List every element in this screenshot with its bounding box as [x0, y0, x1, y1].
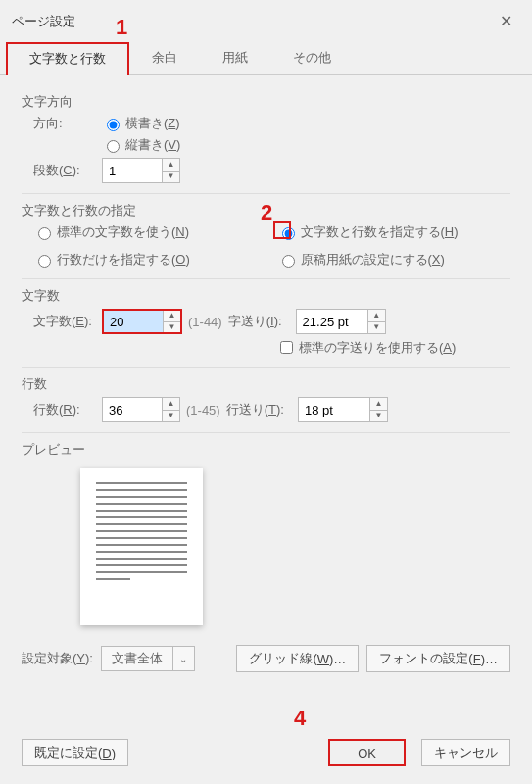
lines-down-icon[interactable]: ▼ — [163, 411, 179, 422]
section-chars: 文字数 — [22, 287, 510, 305]
lines-label: 行数(R): — [22, 401, 102, 418]
apply-label: 設定対象(Y): — [22, 650, 93, 667]
radio-horizontal-input[interactable] — [107, 119, 120, 131]
lines-up-icon[interactable]: ▲ — [163, 398, 179, 411]
chars-label: 文字数(E): — [22, 313, 102, 330]
tab-paper[interactable]: 用紙 — [200, 42, 270, 75]
chars-spinner[interactable]: ▲ ▼ — [102, 309, 182, 334]
columns-label: 段数(C): — [22, 162, 102, 179]
close-icon[interactable]: ✕ — [492, 8, 520, 34]
apply-select[interactable]: 文書全体 ⌄ — [101, 646, 195, 671]
radio-vertical-input[interactable] — [107, 140, 120, 153]
chars-up-icon[interactable]: ▲ — [164, 311, 180, 322]
radio-vertical[interactable]: 縦書き(V) — [102, 136, 180, 154]
grid-lines-button[interactable]: グリッド線(W)… — [236, 645, 359, 672]
line-pitch-input[interactable] — [299, 398, 369, 421]
title-bar: ページ設定 ✕ — [0, 0, 532, 42]
radio-genkou[interactable]: 原稿用紙の設定にする(X) — [277, 251, 511, 269]
radio-genkou-label: 原稿用紙の設定にする(X) — [301, 251, 445, 269]
radio-standard-label: 標準の文字数を使う(N) — [57, 223, 189, 241]
section-direction: 文字方向 — [22, 93, 510, 111]
checkbox-default-pitch-input[interactable] — [280, 341, 293, 354]
columns-input[interactable] — [103, 159, 162, 182]
section-preview: プレビュー — [22, 441, 510, 459]
char-pitch-spinner[interactable]: ▲ ▼ — [296, 309, 386, 334]
lines-input[interactable] — [103, 398, 162, 421]
dialog-content: 文字方向 方向: 横書き(Z) 縦書き(V) 段数(C): ▲ ▼ 文字数と行数… — [0, 75, 532, 725]
section-spec: 文字数と行数の指定 — [22, 202, 510, 220]
tabs: 1 文字数と行数 余白 用紙 その他 — [0, 42, 532, 75]
preview-document — [80, 468, 203, 625]
radio-horizontal[interactable]: 横書き(Z) — [102, 115, 180, 132]
radio-lines-only[interactable]: 行数だけを指定する(O) — [33, 251, 267, 269]
set-default-button[interactable]: 既定に設定(D) — [22, 739, 128, 766]
char-pitch-input[interactable] — [297, 310, 367, 333]
line-pitch-spinner[interactable]: ▲ ▼ — [298, 397, 388, 422]
radio-specify[interactable]: 文字数と行数を指定する(H) — [277, 223, 511, 241]
chars-range: (1-44) — [188, 315, 222, 329]
tab-other[interactable]: その他 — [270, 42, 354, 75]
chevron-down-icon[interactable]: ⌄ — [172, 647, 194, 670]
columns-spinner[interactable]: ▲ ▼ — [102, 158, 180, 183]
line-pitch-label: 行送り(T): — [226, 401, 284, 418]
tab-margins[interactable]: 余白 — [129, 42, 200, 75]
radio-lines-only-label: 行数だけを指定する(O) — [57, 251, 190, 269]
annotation-2-box — [273, 221, 291, 239]
cancel-button[interactable]: キャンセル — [421, 739, 510, 766]
apply-value: 文書全体 — [102, 648, 172, 669]
line-pitch-up-icon[interactable]: ▲ — [370, 398, 387, 411]
ok-button[interactable]: OK — [328, 739, 406, 766]
dialog-footer: 4 既定に設定(D) OK キャンセル — [0, 725, 532, 784]
font-settings-button[interactable]: フォントの設定(F)… — [366, 645, 510, 672]
window-title: ページ設定 — [12, 13, 75, 30]
radio-genkou-input[interactable] — [282, 255, 295, 268]
chars-down-icon[interactable]: ▼ — [164, 322, 180, 333]
chars-input[interactable] — [104, 311, 163, 332]
tab-chars-lines[interactable]: 文字数と行数 — [6, 42, 129, 75]
radio-standard-input[interactable] — [38, 227, 51, 240]
checkbox-default-pitch[interactable]: 標準の字送りを使用する(A) — [276, 338, 456, 357]
radio-specify-label: 文字数と行数を指定する(H) — [301, 223, 459, 241]
char-pitch-label: 字送り(I): — [228, 313, 282, 330]
lines-range: (1-45) — [186, 403, 220, 417]
checkbox-default-pitch-label: 標準の字送りを使用する(A) — [299, 339, 456, 357]
char-pitch-down-icon[interactable]: ▼ — [368, 322, 385, 334]
char-pitch-up-icon[interactable]: ▲ — [368, 310, 385, 322]
columns-down-icon[interactable]: ▼ — [163, 172, 179, 183]
radio-lines-only-input[interactable] — [38, 255, 51, 268]
radio-vertical-label: 縦書き(V) — [125, 136, 180, 154]
radio-horizontal-label: 横書き(Z) — [125, 115, 180, 132]
section-lines: 行数 — [22, 375, 510, 393]
radio-standard[interactable]: 標準の文字数を使う(N) — [33, 223, 267, 241]
line-pitch-down-icon[interactable]: ▼ — [370, 411, 387, 422]
direction-label: 方向: — [22, 115, 102, 132]
lines-spinner[interactable]: ▲ ▼ — [102, 397, 180, 422]
columns-up-icon[interactable]: ▲ — [163, 159, 179, 172]
